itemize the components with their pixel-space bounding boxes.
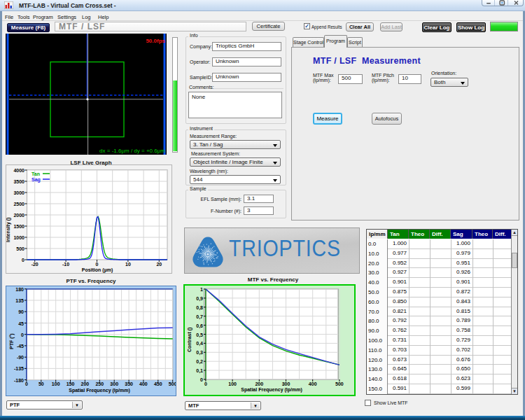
svg-text:400: 400	[309, 382, 317, 386]
svg-text:0,4: 0,4	[196, 341, 203, 346]
svg-text:50.0fps: 50.0fps	[146, 38, 165, 44]
svg-text:100: 100	[52, 382, 60, 386]
svg-text:0: 0	[22, 258, 24, 262]
svg-text:1: 1	[200, 287, 203, 292]
svg-text:50: 50	[38, 382, 44, 386]
svg-text:400: 400	[139, 382, 148, 386]
svg-text:350: 350	[125, 382, 133, 386]
svg-text:Intensity (): Intensity ()	[6, 218, 11, 242]
svg-text:dx = -1.6µm / dy = +0.6µm: dx = -1.6µm / dy = +0.6µm	[99, 148, 165, 154]
svg-text:0,3: 0,3	[196, 350, 203, 356]
svg-text:0,2: 0,2	[196, 359, 203, 365]
svg-text:0,5: 0,5	[196, 332, 203, 338]
svg-text:-45: -45	[17, 344, 24, 349]
svg-text:135: 135	[15, 298, 24, 303]
svg-text:2500: 2500	[13, 202, 24, 206]
svg-text:200: 200	[255, 382, 263, 386]
svg-text:150: 150	[66, 382, 75, 386]
svg-text:Tan: Tan	[31, 172, 40, 176]
svg-text:Spatial Frequency (lp/mm): Spatial Frequency (lp/mm)	[241, 387, 302, 393]
svg-text:3000: 3000	[13, 190, 24, 195]
svg-text:PTF (°): PTF (°)	[9, 333, 15, 349]
svg-text:45: 45	[18, 321, 24, 326]
svg-text:300: 300	[282, 382, 290, 386]
svg-text:1500: 1500	[13, 224, 24, 229]
svg-text:4000: 4000	[13, 168, 24, 173]
svg-text:0,1: 0,1	[196, 368, 203, 374]
svg-text:Spatial Frequency (lp/mm): Spatial Frequency (lp/mm)	[69, 388, 130, 393]
svg-text:300: 300	[110, 382, 118, 386]
svg-text:500: 500	[335, 382, 344, 386]
svg-text:-10: -10	[62, 262, 69, 267]
svg-text:0,6: 0,6	[196, 323, 203, 329]
svg-text:250: 250	[95, 382, 104, 386]
svg-text:500: 500	[169, 382, 176, 386]
svg-text:-180: -180	[14, 378, 24, 383]
svg-text:0: 0	[204, 382, 207, 386]
svg-text:450: 450	[154, 382, 162, 386]
svg-text:Contrast (): Contrast ()	[187, 328, 192, 352]
svg-text:-20: -20	[31, 262, 38, 267]
svg-text:0: 0	[96, 262, 99, 267]
svg-text:-90: -90	[17, 355, 24, 360]
svg-text:0: 0	[25, 382, 28, 386]
svg-text:1000: 1000	[13, 235, 24, 240]
svg-text:90: 90	[18, 309, 24, 314]
svg-text:10: 10	[125, 262, 131, 267]
svg-text:200: 200	[81, 382, 90, 386]
svg-text:0: 0	[21, 332, 24, 337]
svg-text:20: 20	[156, 262, 162, 267]
svg-text:Sag: Sag	[31, 177, 41, 183]
svg-text:180: 180	[15, 287, 24, 292]
svg-text:500: 500	[16, 246, 24, 251]
svg-text:0,8: 0,8	[196, 305, 203, 311]
svg-text:-135: -135	[14, 366, 24, 371]
svg-text:0,9: 0,9	[196, 296, 203, 302]
svg-text:100: 100	[228, 382, 237, 386]
svg-text:0,7: 0,7	[196, 314, 203, 320]
svg-text:Position (µm): Position (µm)	[82, 267, 113, 273]
svg-text:0: 0	[200, 377, 203, 382]
svg-text:2000: 2000	[13, 213, 24, 218]
svg-text:3500: 3500	[13, 179, 24, 184]
